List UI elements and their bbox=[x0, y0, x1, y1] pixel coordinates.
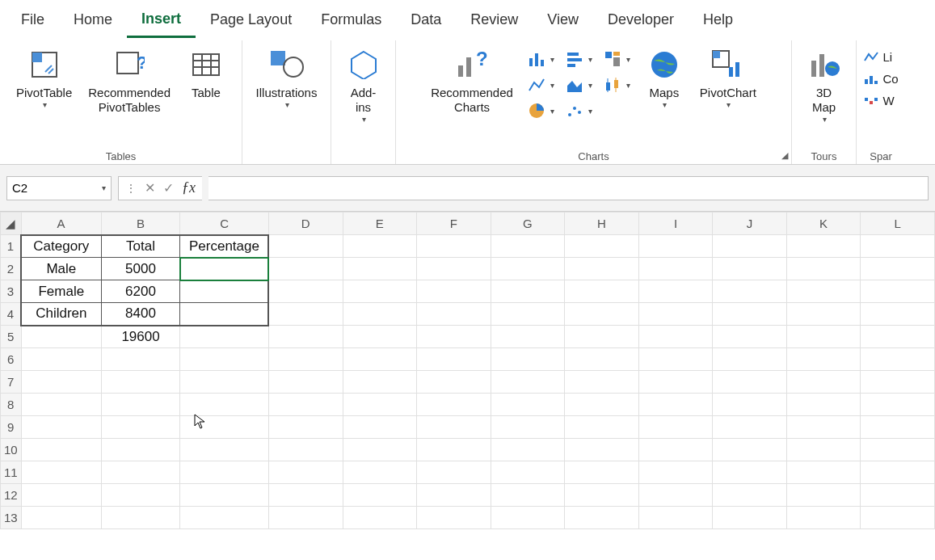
spreadsheet-grid[interactable]: ◢ A B C D E F G H I J K L 1CategoryTotal… bbox=[0, 212, 935, 529]
cell-K6[interactable] bbox=[786, 348, 861, 371]
cell-A11[interactable] bbox=[21, 461, 101, 484]
tab-home[interactable]: Home bbox=[59, 3, 127, 36]
enter-formula-button[interactable]: ✓ bbox=[163, 180, 174, 196]
row-13[interactable]: 13 bbox=[1, 507, 935, 529]
cell-C3[interactable] bbox=[180, 280, 268, 303]
cell-L5[interactable] bbox=[861, 326, 935, 348]
sparkline-winloss-button[interactable]: W bbox=[860, 92, 901, 109]
cell-E11[interactable] bbox=[343, 461, 417, 484]
cell-B2[interactable]: 5000 bbox=[101, 258, 180, 280]
cell-F11[interactable] bbox=[417, 461, 491, 484]
cell-A4[interactable]: Children bbox=[21, 303, 101, 326]
row-header-5[interactable]: 5 bbox=[1, 326, 22, 348]
row-header-1[interactable]: 1 bbox=[1, 235, 22, 258]
cell-J9[interactable] bbox=[713, 416, 787, 439]
hierarchy-chart-button[interactable]: ▾ bbox=[600, 48, 634, 69]
cell-A1[interactable]: Category bbox=[21, 235, 101, 258]
cell-G4[interactable] bbox=[491, 303, 565, 326]
cell-I6[interactable] bbox=[638, 348, 713, 371]
cell-L7[interactable] bbox=[861, 371, 935, 394]
col-header-G[interactable]: G bbox=[491, 213, 565, 235]
cell-L4[interactable] bbox=[861, 303, 935, 326]
recommended-pivot-button[interactable]: ? Recommended PivotTables bbox=[83, 44, 175, 118]
cell-L11[interactable] bbox=[861, 461, 935, 484]
row-header-9[interactable]: 9 bbox=[1, 416, 22, 439]
cell-G1[interactable] bbox=[491, 235, 565, 258]
cell-B13[interactable] bbox=[101, 507, 180, 529]
cell-D13[interactable] bbox=[268, 507, 343, 529]
cell-E8[interactable] bbox=[343, 394, 417, 416]
cell-B3[interactable]: 6200 bbox=[101, 280, 180, 303]
cell-F8[interactable] bbox=[417, 394, 491, 416]
cell-G3[interactable] bbox=[491, 280, 565, 303]
cell-H9[interactable] bbox=[565, 416, 639, 439]
charts-dialog-launcher[interactable]: ◢ bbox=[781, 150, 788, 161]
row-header-13[interactable]: 13 bbox=[1, 507, 22, 529]
cell-L2[interactable] bbox=[861, 258, 935, 280]
cell-G11[interactable] bbox=[491, 461, 565, 484]
tab-developer[interactable]: Developer bbox=[593, 3, 689, 36]
col-header-F[interactable]: F bbox=[417, 213, 491, 235]
cell-B7[interactable] bbox=[101, 371, 180, 394]
cell-E2[interactable] bbox=[343, 258, 417, 280]
cell-F7[interactable] bbox=[417, 371, 491, 394]
row-header-3[interactable]: 3 bbox=[1, 280, 22, 303]
cell-C9[interactable] bbox=[180, 416, 268, 439]
cell-I8[interactable] bbox=[638, 394, 713, 416]
cell-B5[interactable]: 19600 bbox=[101, 326, 180, 348]
col-header-A[interactable]: A bbox=[21, 213, 101, 235]
cell-G6[interactable] bbox=[491, 348, 565, 371]
cell-F10[interactable] bbox=[417, 439, 491, 461]
cell-I12[interactable] bbox=[638, 484, 713, 507]
cell-K12[interactable] bbox=[786, 484, 861, 507]
cell-H6[interactable] bbox=[565, 348, 639, 371]
row-header-11[interactable]: 11 bbox=[1, 461, 22, 484]
cell-E6[interactable] bbox=[343, 348, 417, 371]
cell-J2[interactable] bbox=[713, 258, 787, 280]
row-header-2[interactable]: 2 bbox=[1, 258, 22, 280]
cell-A8[interactable] bbox=[21, 394, 101, 416]
formula-more-icon[interactable]: ⋮ bbox=[125, 182, 137, 195]
cell-F5[interactable] bbox=[417, 326, 491, 348]
row-6[interactable]: 6 bbox=[1, 348, 935, 371]
column-chart-button[interactable]: ▾ bbox=[524, 48, 558, 69]
cell-G13[interactable] bbox=[491, 507, 565, 529]
sparkline-line-button[interactable]: Li bbox=[860, 48, 901, 65]
cell-B11[interactable] bbox=[101, 461, 180, 484]
cell-L10[interactable] bbox=[861, 439, 935, 461]
col-header-L[interactable]: L bbox=[861, 213, 935, 235]
cell-K3[interactable] bbox=[786, 280, 861, 303]
cell-L13[interactable] bbox=[861, 507, 935, 529]
cell-H2[interactable] bbox=[565, 258, 639, 280]
cell-J5[interactable] bbox=[713, 326, 787, 348]
tab-review[interactable]: Review bbox=[456, 3, 533, 36]
cell-D10[interactable] bbox=[268, 439, 343, 461]
tab-data[interactable]: Data bbox=[396, 3, 456, 36]
cell-G7[interactable] bbox=[491, 371, 565, 394]
cell-E3[interactable] bbox=[343, 280, 417, 303]
table-button[interactable]: Table bbox=[182, 44, 230, 103]
row-header-7[interactable]: 7 bbox=[1, 371, 22, 394]
cell-K8[interactable] bbox=[786, 394, 861, 416]
cell-I4[interactable] bbox=[638, 303, 713, 326]
cell-F2[interactable] bbox=[417, 258, 491, 280]
pivotchart-button[interactable]: PivotChart ▾ bbox=[695, 44, 761, 113]
cell-G2[interactable] bbox=[491, 258, 565, 280]
cell-J7[interactable] bbox=[713, 371, 787, 394]
cell-G8[interactable] bbox=[491, 394, 565, 416]
cell-H4[interactable] bbox=[565, 303, 639, 326]
cell-A13[interactable] bbox=[21, 507, 101, 529]
pie-chart-button[interactable]: ▾ bbox=[524, 100, 558, 121]
cell-G9[interactable] bbox=[491, 416, 565, 439]
cell-B12[interactable] bbox=[101, 484, 180, 507]
bar-chart-button[interactable]: ▾ bbox=[562, 48, 596, 69]
illustrations-button[interactable]: Illustrations ▾ bbox=[251, 44, 322, 113]
cell-I2[interactable] bbox=[638, 258, 713, 280]
cell-D12[interactable] bbox=[268, 484, 343, 507]
col-header-C[interactable]: C bbox=[180, 213, 268, 235]
row-10[interactable]: 10 bbox=[1, 439, 935, 461]
cell-L6[interactable] bbox=[861, 348, 935, 371]
cell-I13[interactable] bbox=[638, 507, 713, 529]
cell-B6[interactable] bbox=[101, 348, 180, 371]
col-header-H[interactable]: H bbox=[565, 213, 639, 235]
